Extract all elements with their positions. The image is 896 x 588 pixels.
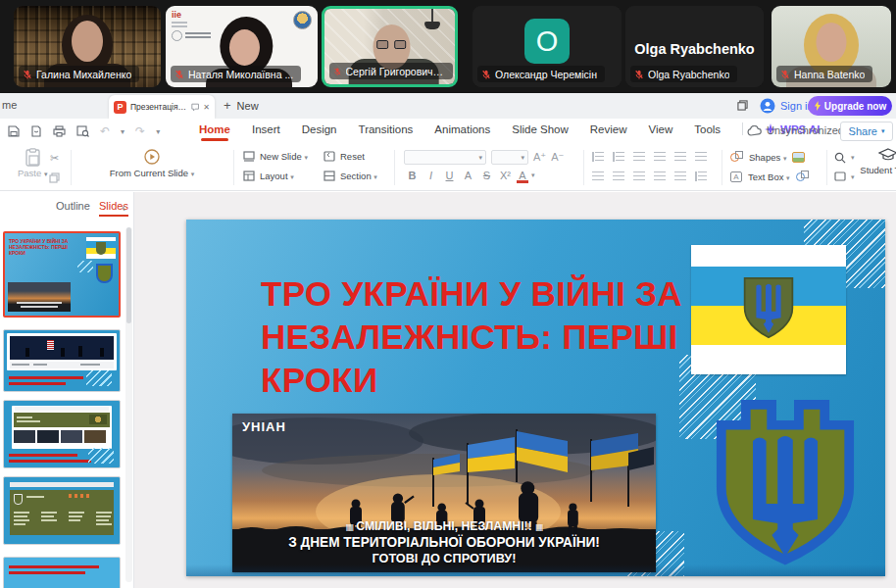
superscript-button[interactable]: X² <box>497 170 514 181</box>
decrease-font-icon[interactable]: A⁻ <box>551 151 564 164</box>
sync-status[interactable]: Unsynchronized <box>747 124 844 136</box>
chevron-down-icon: ▾ <box>478 154 482 162</box>
participant-tile-1[interactable]: Галина Михайленко <box>14 6 161 87</box>
ukraine-flag-with-emblem[interactable] <box>691 245 846 374</box>
bold-button[interactable]: B <box>404 170 421 181</box>
export-pdf-icon[interactable] <box>30 125 42 137</box>
bullet-list-icon[interactable] <box>592 152 604 162</box>
tab-insert[interactable]: Insert <box>252 123 280 135</box>
slide-title[interactable]: ТРО УКРАЇНИ У ВІЙНІ ЗА НЕЗАЛЕЖНІСТЬ: ПЕР… <box>261 272 682 402</box>
copy-icon[interactable] <box>49 172 60 183</box>
new-document-tab-button[interactable]: + New <box>224 98 259 113</box>
reset-button[interactable]: Reset <box>324 151 365 162</box>
window-restore-icon[interactable] <box>737 100 748 111</box>
sign-in-button[interactable]: Sign in <box>760 98 814 114</box>
thumb-decor <box>9 376 83 379</box>
thumbnail-title: ТРО УКРАЇНИ У ВІЙНІ ЗА НЕЗАЛЕЖНІСТЬ: ПЕР… <box>9 238 75 256</box>
chevron-down-icon: ▾ <box>521 154 524 162</box>
undo-icon[interactable]: ↶ <box>100 124 110 138</box>
text-direction-icon[interactable] <box>674 152 686 162</box>
territorial-defense-emblem[interactable] <box>714 398 857 566</box>
cut-copy-group: ✂ <box>49 152 60 183</box>
thumbnail-photo <box>8 282 71 312</box>
participant-tile-2[interactable]: iie Наталя Миколаївна ... <box>166 6 318 87</box>
format-controls: B I U A S X² A ▾ <box>404 170 535 181</box>
current-slide[interactable]: ТРО УКРАЇНИ У ВІЙНІ ЗА НЕЗАЛЕЖНІСТЬ: ПЕР… <box>186 220 885 576</box>
thumb-decor <box>88 448 114 464</box>
slide-thumbnail-3[interactable] <box>3 400 121 468</box>
list-controls <box>592 152 707 162</box>
comment-icon[interactable] <box>191 103 199 112</box>
student-tools-button[interactable]: Student Tools <box>859 148 896 175</box>
align-center-icon[interactable] <box>613 172 624 181</box>
text-box-button[interactable]: Text Box ▾ <box>748 172 790 182</box>
close-tab-icon[interactable]: ✕ <box>203 103 210 112</box>
tab-view[interactable]: View <box>649 123 673 135</box>
tab-tools[interactable]: Tools <box>694 123 721 135</box>
numbered-list-icon[interactable] <box>613 152 624 162</box>
align-right-icon[interactable] <box>633 172 645 181</box>
tab-design[interactable]: Design <box>302 123 337 135</box>
underline-button[interactable]: U <box>441 170 458 181</box>
distribute-icon[interactable] <box>674 172 686 181</box>
cut-icon[interactable]: ✂ <box>50 152 59 165</box>
align-left-icon[interactable] <box>592 172 604 181</box>
paste-label: Paste <box>18 168 41 178</box>
section-button[interactable]: Section ▾ <box>324 171 377 181</box>
increase-font-icon[interactable]: A⁺ <box>533 151 546 164</box>
insert-picture-icon[interactable] <box>792 152 805 163</box>
share-button[interactable]: Share ▾ <box>840 122 893 141</box>
print-icon[interactable] <box>53 125 66 137</box>
thumb-decor <box>10 490 114 535</box>
font-size-select[interactable]: ▾ <box>491 150 528 165</box>
toolbar-customize-icon[interactable]: ▾ <box>156 127 160 136</box>
arrange-icon[interactable] <box>796 171 809 182</box>
font-family-select[interactable]: ▾ <box>404 150 486 165</box>
decrease-indent-icon[interactable] <box>633 152 645 162</box>
save-icon[interactable] <box>8 125 20 137</box>
panel-scrollbar[interactable] <box>125 227 132 582</box>
document-tab[interactable]: P Презентація ТРО УКРАЇНИ У ✕ <box>109 95 215 119</box>
slide-settings-button[interactable]: ▾ <box>834 172 855 182</box>
participant-tile-4[interactable]: O Олександр Черемісін <box>473 6 622 87</box>
slide-thumbnail-1[interactable]: ТРО УКРАЇНИ У ВІЙНІ ЗА НЕЗАЛЕЖНІСТЬ: ПЕР… <box>3 231 121 318</box>
participant-tile-5[interactable]: Olga Ryabchenko Olga Ryabchenko <box>625 6 764 87</box>
home-tab-partial[interactable]: me <box>2 99 17 111</box>
font-color-button[interactable]: A <box>516 170 529 181</box>
territorial-defense-photo[interactable]: УНІАН |||||| СМІЛИВІ, ВІЛЬНІ, НЕЗЛАМНІ!!… <box>232 414 656 572</box>
undo-dropdown-icon[interactable]: ▾ <box>121 127 124 136</box>
slide-thumbnail-2[interactable] <box>3 329 121 392</box>
layout-button[interactable]: Layout ▾ <box>243 171 294 181</box>
line-spacing-icon[interactable] <box>695 152 707 162</box>
chevron-down-icon[interactable]: ▾ <box>531 172 535 179</box>
slide-thumbnail-5[interactable] <box>3 557 121 588</box>
upgrade-now-button[interactable]: Upgrade now <box>808 96 892 116</box>
collapse-panel-icon[interactable]: ‹ <box>122 201 125 215</box>
find-button[interactable]: ▾ <box>834 152 855 164</box>
slide-thumbnail-4[interactable] <box>3 476 121 545</box>
tab-outline[interactable]: Outline <box>56 200 90 212</box>
thumbnail-flag <box>86 237 116 259</box>
print-preview-icon[interactable] <box>76 125 89 137</box>
tab-review[interactable]: Review <box>590 123 627 135</box>
columns-icon[interactable] <box>695 172 707 181</box>
redo-icon[interactable]: ↷ <box>135 124 145 138</box>
participant-tile-3-active-speaker[interactable]: Сергій Григорович Вод... <box>322 6 458 87</box>
new-slide-button[interactable]: New Slide ▾ <box>243 151 308 162</box>
tab-animations[interactable]: Animations <box>434 123 490 135</box>
paste-button[interactable]: Paste ▾ <box>18 148 47 178</box>
italic-button[interactable]: I <box>423 170 439 181</box>
tab-home[interactable]: Home <box>199 123 230 135</box>
nameplate: Olga Ryabchenko <box>630 66 737 82</box>
shapes-button[interactable]: Shapes ▾ <box>749 152 786 163</box>
tab-slide-show[interactable]: Slide Show <box>512 123 569 135</box>
slide-canvas: ТРО УКРАЇНИ У ВІЙНІ ЗА НЕЗАЛЕЖНІСТЬ: ПЕР… <box>134 192 896 588</box>
tab-transitions[interactable]: Transitions <box>359 123 414 135</box>
justify-icon[interactable] <box>654 172 666 181</box>
layout-label: Layout <box>260 171 288 181</box>
from-current-slide-button[interactable]: From Current Slide ▾ <box>78 149 225 178</box>
character-spacing-button[interactable]: A <box>460 170 476 181</box>
participant-tile-6[interactable]: Hanna Batenko <box>772 6 891 87</box>
strikethrough-button[interactable]: S <box>478 170 495 181</box>
increase-indent-icon[interactable] <box>654 152 666 162</box>
